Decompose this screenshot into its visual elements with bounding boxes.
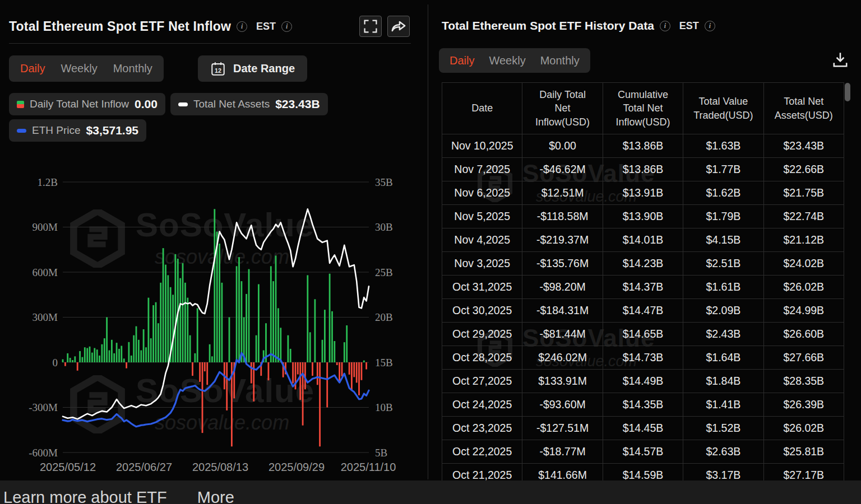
table-row: Oct 21,2025$141.66M$14.59B$3.17B$27.17B — [442, 464, 844, 481]
cell-cumulative: $14.35B — [603, 393, 683, 417]
info-icon[interactable] — [660, 21, 670, 31]
cell-cumulative: $14.37B — [603, 276, 683, 299]
cell-date: Nov 4,2025 — [442, 228, 522, 252]
cell-date: Nov 6,2025 — [442, 181, 522, 205]
cell-date: Oct 30,2025 — [442, 299, 522, 323]
cell-traded: $1.61B — [683, 276, 763, 299]
cell-inflow: -$93.60M — [522, 393, 603, 417]
cell-traded: $1.52B — [683, 417, 763, 440]
chart-legend-row2: ETH Price $3,571.95 — [9, 119, 146, 142]
more-link[interactable]: More — [197, 488, 234, 504]
info-icon[interactable] — [237, 21, 247, 32]
column-header: Total Value Traded(USD) — [683, 83, 763, 134]
svg-text:-300M: -300M — [29, 402, 58, 413]
page: Total Ethereum Spot ETF Net Inflow EST D… — [0, 0, 861, 504]
cell-date: Nov 5,2025 — [442, 205, 522, 228]
cell-cumulative: $14.49B — [603, 370, 683, 393]
history-table-body: Nov 10,2025$0.00$13.86B$1.63B$23.43BNov … — [442, 134, 844, 481]
tab-weekly[interactable]: Weekly — [61, 62, 97, 75]
calendar-icon: 12 — [210, 61, 226, 77]
tab-daily[interactable]: Daily — [20, 62, 45, 75]
cell-traded: $1.41B — [683, 393, 763, 417]
cell-inflow: $0.00 — [522, 134, 603, 158]
timezone-label: EST — [679, 20, 699, 32]
cell-cumulative: $14.45B — [603, 417, 683, 440]
svg-text:20B: 20B — [375, 311, 393, 323]
fullscreen-button[interactable] — [359, 16, 382, 37]
cell-date: Oct 27,2025 — [442, 370, 522, 393]
cell-cumulative: $13.86B — [603, 134, 683, 158]
cell-date: Nov 3,2025 — [442, 252, 522, 276]
cell-inflow: $12.51M — [522, 181, 603, 205]
svg-text:12: 12 — [215, 67, 221, 73]
history-data-panel: Total Ethereum Spot ETF History Data EST… — [439, 0, 861, 480]
cell-inflow: -$81.44M — [522, 323, 603, 346]
legend-eth-price[interactable]: ETH Price $3,571.95 — [9, 119, 146, 142]
net-assets-line — [63, 209, 369, 419]
net-assets-line-icon — [178, 102, 188, 106]
table-tab-weekly[interactable]: Weekly — [489, 54, 525, 67]
info-icon[interactable] — [281, 21, 292, 32]
legend-daily-net-inflow[interactable]: Daily Total Net Inflow 0.00 — [9, 93, 165, 115]
download-button[interactable] — [830, 50, 850, 71]
svg-text:-600M: -600M — [29, 447, 58, 459]
table-scrollbar-thumb[interactable] — [845, 83, 850, 101]
svg-text:5B: 5B — [375, 447, 387, 459]
svg-text:35B: 35B — [375, 176, 393, 188]
svg-text:2025/06/27: 2025/06/27 — [116, 461, 172, 473]
cell-assets: $25.81B — [763, 440, 844, 464]
cell-assets: $26.02B — [763, 417, 844, 440]
cell-assets: $26.39B — [763, 393, 844, 417]
table-row: Nov 5,2025-$118.58M$13.90B$1.79B$22.74B — [442, 205, 844, 228]
eth-price-line — [63, 353, 369, 427]
date-range-button[interactable]: 12 Date Range — [198, 55, 307, 82]
table-row: Oct 22,2025-$18.77M$14.57B$2.63B$25.81B — [442, 440, 844, 464]
tab-monthly[interactable]: Monthly — [113, 62, 152, 75]
cell-assets: $22.66B — [763, 158, 844, 181]
cell-assets: $28.35B — [763, 370, 844, 393]
download-icon — [831, 51, 849, 69]
cell-assets: $27.17B — [763, 464, 844, 481]
cell-cumulative: $13.90B — [603, 205, 683, 228]
column-header: Total Net Assets(USD) — [763, 83, 844, 134]
right-panel-header: Total Ethereum Spot ETF History Data EST — [442, 19, 715, 32]
cell-date: Oct 23,2025 — [442, 417, 522, 440]
cell-traded: $1.63B — [683, 134, 763, 158]
column-header: Cumulative Total Net Inflow(USD) — [603, 83, 683, 134]
timezone-label: EST — [256, 21, 276, 32]
table-row: Oct 29,2025-$81.44M$14.65B$2.43B$26.60B — [442, 323, 844, 346]
info-icon[interactable] — [705, 21, 715, 31]
cell-inflow: -$127.51M — [522, 417, 603, 440]
cell-assets: $22.74B — [763, 205, 844, 228]
table-tab-daily[interactable]: Daily — [450, 54, 474, 67]
cell-traded: $2.51B — [683, 252, 763, 276]
cell-inflow: $141.66M — [522, 464, 603, 481]
etf-net-inflow-panel: Total Ethereum Spot ETF Net Inflow EST D… — [0, 0, 418, 480]
cell-traded: $1.62B — [683, 181, 763, 205]
cell-date: Oct 24,2025 — [442, 393, 522, 417]
svg-text:0: 0 — [53, 357, 58, 368]
svg-text:300M: 300M — [33, 311, 58, 323]
cell-traded: $2.63B — [683, 440, 763, 464]
legend-total-net-assets[interactable]: Total Net Assets $23.43B — [170, 93, 328, 115]
chart-legend: Daily Total Net Inflow 0.00 Total Net As… — [9, 93, 328, 115]
cell-inflow: -$184.31M — [522, 299, 603, 323]
svg-text:900M: 900M — [33, 221, 58, 233]
table-row: Oct 23,2025-$127.51M$14.45B$1.52B$26.02B — [442, 417, 844, 440]
cell-traded: $1.79B — [683, 205, 763, 228]
cell-assets: $21.12B — [763, 228, 844, 252]
svg-text:25B: 25B — [375, 267, 393, 278]
cell-inflow: -$98.20M — [522, 276, 603, 299]
table-tab-monthly[interactable]: Monthly — [540, 54, 580, 67]
svg-text:15B: 15B — [375, 357, 393, 368]
share-button[interactable] — [387, 16, 410, 37]
footer: Learn more about ETF More — [0, 480, 861, 504]
cell-cumulative: $14.23B — [603, 252, 683, 276]
cell-traded: $4.15B — [683, 228, 763, 252]
cell-cumulative: $13.86B — [603, 158, 683, 181]
learn-more-link[interactable]: Learn more about ETF — [3, 488, 167, 504]
cell-date: Oct 31,2025 — [442, 276, 522, 299]
cell-cumulative: $14.47B — [603, 299, 683, 323]
cell-assets: $26.02B — [763, 276, 844, 299]
cell-date: Oct 28,2025 — [442, 346, 522, 370]
